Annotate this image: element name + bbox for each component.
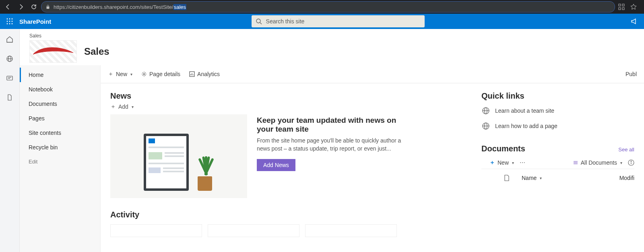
svg-rect-2 <box>622 4 624 6</box>
list-icon <box>573 160 578 165</box>
documents-new-button[interactable]: ＋ New ▾ <box>489 159 514 166</box>
star-icon[interactable] <box>630 4 640 10</box>
back-button[interactable] <box>2 1 14 12</box>
lock-icon <box>45 4 50 9</box>
svg-point-10 <box>12 21 13 22</box>
site-title: Sales <box>84 46 109 57</box>
column-modified[interactable]: Modifi <box>619 175 634 181</box>
news-illustration <box>110 114 247 198</box>
svg-point-13 <box>12 23 13 25</box>
app-rail <box>0 29 20 252</box>
news-add-button[interactable]: ＋ Add ▾ <box>110 103 470 110</box>
cmd-page-details[interactable]: Page details <box>141 71 180 77</box>
url-text: https://citizenbuilders.sharepoint.com/s… <box>54 4 186 10</box>
site-logo[interactable] <box>29 40 77 63</box>
news-rail-icon[interactable] <box>5 73 14 83</box>
nav-recycle-bin[interactable]: Recycle bin <box>20 140 100 155</box>
plus-icon: ＋ <box>489 159 495 166</box>
svg-point-11 <box>7 23 8 25</box>
site-header: Sales Sales <box>20 29 644 65</box>
more-icon[interactable]: ⋯ <box>520 159 525 166</box>
nav-site-contents[interactable]: Site contents <box>20 126 100 140</box>
cmd-new[interactable]: ＋ New ▾ <box>108 70 132 78</box>
nav-notebook[interactable]: Notebook <box>20 82 100 97</box>
megaphone-icon[interactable] <box>625 18 644 25</box>
breadcrumb[interactable]: Sales <box>29 33 634 39</box>
svg-point-7 <box>12 19 13 20</box>
app-name[interactable]: SharePoint <box>19 18 51 25</box>
cmd-publish[interactable]: Publ <box>625 71 637 77</box>
page-body: Sales Sales Home Notebook Documents Page… <box>0 29 644 252</box>
svg-rect-0 <box>47 6 50 9</box>
svg-point-9 <box>9 21 10 22</box>
chevron-down-icon: ▾ <box>620 161 622 165</box>
chevron-down-icon: ▾ <box>132 105 134 109</box>
quick-link-add-page[interactable]: Learn how to add a page <box>481 118 634 134</box>
home-rail-icon[interactable] <box>5 35 14 44</box>
nav-documents[interactable]: Documents <box>20 97 100 111</box>
activity-card[interactable] <box>208 224 299 237</box>
documents-view-selector[interactable]: All Documents ▾ <box>573 159 622 166</box>
svg-point-14 <box>256 19 260 23</box>
info-icon[interactable] <box>628 159 634 166</box>
qr-icon[interactable] <box>618 4 628 10</box>
svg-line-15 <box>260 23 262 24</box>
documents-table: Name ▾ Modifi <box>481 169 634 181</box>
svg-point-38 <box>631 161 632 162</box>
svg-rect-3 <box>619 8 621 10</box>
plus-icon: ＋ <box>108 70 114 78</box>
globe-icon <box>481 122 490 130</box>
svg-rect-1 <box>619 4 621 6</box>
svg-rect-19 <box>7 76 12 80</box>
command-bar: ＋ New ▾ Page details Analy <box>101 65 644 83</box>
app-launcher-icon[interactable] <box>0 18 19 25</box>
site-left-nav: Home Notebook Documents Pages Site conte… <box>20 65 101 252</box>
svg-point-22 <box>143 73 145 75</box>
news-heading: News <box>110 91 470 101</box>
add-news-button[interactable]: Add News <box>257 159 295 171</box>
svg-point-8 <box>7 21 8 22</box>
search-icon <box>256 18 262 25</box>
svg-point-5 <box>7 19 8 20</box>
chevron-down-icon: ▾ <box>540 176 542 180</box>
globe-icon <box>481 106 490 115</box>
activity-heading: Activity <box>110 210 470 219</box>
gear-icon <box>141 71 147 77</box>
nav-home[interactable]: Home <box>20 68 100 82</box>
files-rail-icon[interactable] <box>5 93 14 102</box>
documents-command-bar: ＋ New ▾ ⋯ All Documents <box>481 156 634 169</box>
file-type-icon <box>504 175 510 181</box>
column-name[interactable]: Name ▾ <box>522 175 607 181</box>
globe-rail-icon[interactable] <box>5 54 14 64</box>
nav-edit[interactable]: Edit <box>20 155 100 169</box>
svg-point-12 <box>9 23 10 25</box>
search-placeholder: Search this site <box>266 18 305 25</box>
activity-card[interactable] <box>305 224 397 237</box>
news-title: Keep your team updated with news on your… <box>257 116 406 134</box>
activity-card[interactable] <box>110 224 202 237</box>
address-bar[interactable]: https://citizenbuilders.sharepoint.com/s… <box>41 1 615 12</box>
chevron-down-icon: ▾ <box>130 72 132 76</box>
browser-chrome: https://citizenbuilders.sharepoint.com/s… <box>0 0 644 14</box>
cmd-analytics[interactable]: Analytics <box>189 71 220 77</box>
quick-link-team-site[interactable]: Learn about a team site <box>481 103 634 118</box>
svg-rect-4 <box>622 8 624 10</box>
news-body: From the site home page you'll be able t… <box>257 137 406 153</box>
nav-pages[interactable]: Pages <box>20 111 100 126</box>
documents-see-all[interactable]: See all <box>618 147 634 153</box>
svg-point-6 <box>9 19 10 20</box>
quick-links-heading: Quick links <box>481 91 634 101</box>
plus-icon: ＋ <box>110 103 116 110</box>
documents-heading: Documents <box>481 144 525 153</box>
forward-button[interactable] <box>15 1 27 12</box>
chart-icon <box>189 71 195 77</box>
suite-bar: SharePoint Search this site <box>0 14 644 29</box>
search-input[interactable]: Search this site <box>252 15 425 27</box>
reload-button[interactable] <box>28 1 39 12</box>
chevron-down-icon: ▾ <box>512 161 514 165</box>
